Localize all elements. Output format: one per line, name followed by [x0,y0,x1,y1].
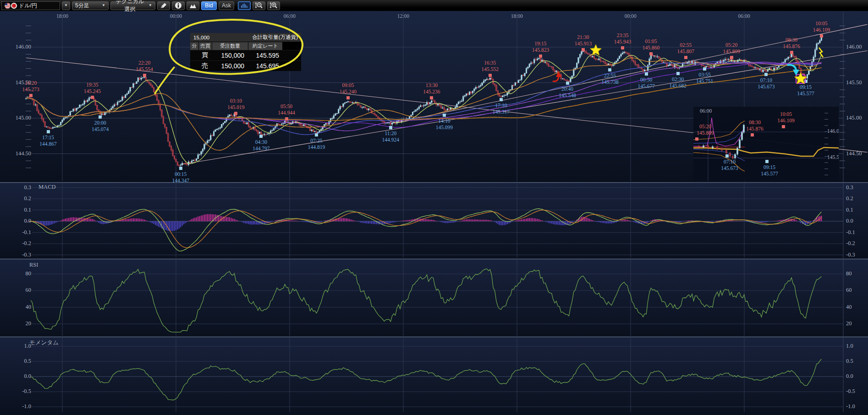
draw-tool-button[interactable] [157,1,170,10]
buy-side-label: 買 [198,51,211,60]
timeframe-select[interactable]: 5分足 ▼ [72,1,109,10]
popup-row-buy: 買 150,000 145.595 [190,50,301,60]
chevron-down-icon: ▼ [64,4,68,7]
zoom-in-button[interactable] [267,1,280,10]
timeframe-label: 5分足 [75,2,89,10]
chart-canvas[interactable] [0,0,868,415]
info-icon [175,2,182,9]
momentum-plot [31,359,821,400]
volume-popup: 15,000 合計取引量(万通貨) 分 売買 受注数量 約定レート 買 150,… [190,33,301,71]
waveform-icon [240,3,248,9]
jp-flag-icon [11,3,17,9]
inset-chart: 06:00146.0145.505:20145.80907:10145.6730… [693,107,839,181]
macd-plot [26,208,822,251]
pair-dropdown-button[interactable]: ▼ [62,1,70,10]
technical-label: テクニカル選択 [114,0,146,13]
pair-selector[interactable]: ドル/円 [1,1,60,10]
mountain-icon [189,3,197,9]
popup-title: 合計取引量(万通貨) [252,34,298,41]
popup-col-side: 売買 [199,42,212,50]
sell-rate: 145.695 [247,62,281,70]
us-flag-icon [5,3,11,9]
zoom-in-icon [269,2,278,9]
inset-canvas [693,107,839,181]
pair-label: ドル/円 [19,2,37,10]
ask-button[interactable]: Ask [219,1,234,10]
popup-col-minute: 分 [190,42,198,50]
bid-button[interactable]: Bid [201,1,217,10]
volume-display-button[interactable] [238,1,251,10]
info-button[interactable] [172,1,185,10]
buy-rate: 145.595 [247,52,281,59]
chart-style-button[interactable] [187,1,199,10]
popup-col-rate: 約定レート [248,42,282,50]
rsi-plot [31,269,821,332]
popup-volume-value: 15,000 [193,35,209,40]
sell-qty: 150,000 [211,62,247,70]
buy-qty: 150,000 [211,52,247,59]
chevron-down-icon: ▼ [148,4,152,7]
technical-select[interactable]: テクニカル選択 ▼ [110,1,155,10]
fx-chart-window: ドル/円 ▼ 5分足 ▼ テクニカル選択 ▼ [0,0,868,415]
popup-col-qty: 受注数量 [212,42,248,50]
sell-side-label: 売 [198,62,211,70]
toolbar: ドル/円 ▼ 5分足 ▼ テクニカル選択 ▼ [0,0,868,11]
zoom-out-icon [255,2,263,9]
chevron-down-icon: ▼ [102,4,105,7]
zoom-out-button[interactable] [253,1,265,10]
pencil-icon [160,2,167,9]
popup-row-sell: 売 150,000 145.695 [190,60,301,71]
